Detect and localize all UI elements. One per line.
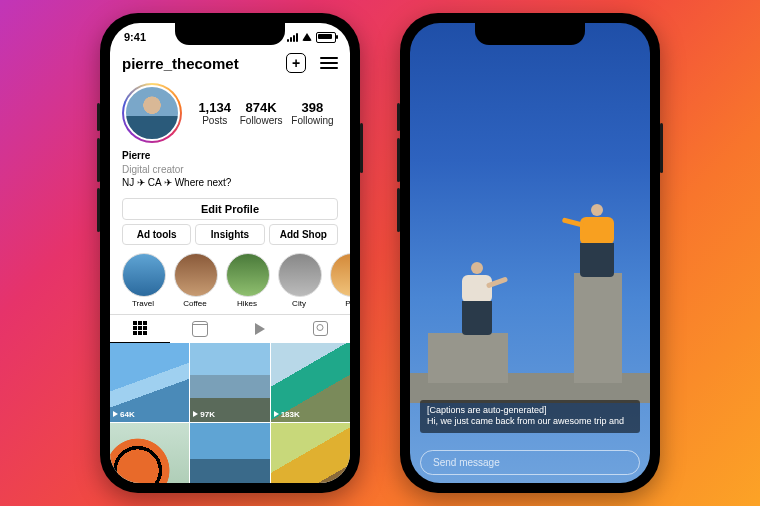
highlights-row[interactable]: TravelCoffeeHikesCityPla — [110, 251, 350, 314]
avatar-story-ring[interactable] — [122, 83, 182, 143]
highlight-item[interactable]: City — [278, 253, 320, 308]
tagged-icon — [313, 321, 328, 336]
bio: Pierre Digital creator NJ ✈ CA ✈ Where n… — [110, 147, 350, 196]
highlight-item[interactable]: Travel — [122, 253, 164, 308]
phone-mock-story: 9:41 — [400, 13, 660, 493]
add-shop-button[interactable]: Add Shop — [269, 224, 338, 245]
notch — [175, 23, 285, 45]
signal-icon — [287, 33, 298, 42]
phone-mock-profile: 9:41 pierre_thecomet 1, — [100, 13, 360, 493]
create-icon[interactable] — [286, 53, 306, 73]
highlight-item[interactable]: Hikes — [226, 253, 268, 308]
wifi-icon — [302, 33, 312, 41]
grid-icon — [133, 321, 147, 335]
bio-name: Pierre — [122, 149, 338, 163]
highlight-item[interactable]: Pla — [330, 253, 350, 308]
tab-video[interactable] — [230, 315, 290, 343]
battery-icon — [316, 32, 336, 43]
gradient-background: 9:41 pierre_thecomet 1, — [0, 0, 760, 506]
username[interactable]: pierre_thecomet — [122, 55, 239, 72]
highlight-item[interactable]: Coffee — [174, 253, 216, 308]
notch — [475, 23, 585, 45]
posts-grid: 64K97K183K — [110, 343, 350, 484]
post-thumbnail[interactable] — [110, 423, 189, 483]
message-input[interactable]: Send message — [420, 450, 640, 475]
content-tabs — [110, 314, 350, 343]
person-right — [580, 204, 614, 277]
insights-button[interactable]: Insights — [195, 224, 264, 245]
post-thumbnail[interactable] — [271, 423, 350, 483]
tab-grid[interactable] — [110, 315, 170, 343]
post-thumbnail[interactable]: 183K — [271, 343, 350, 422]
post-thumbnail[interactable] — [190, 423, 269, 483]
menu-icon[interactable] — [320, 57, 338, 69]
tab-tagged[interactable] — [290, 315, 350, 343]
stat-followers[interactable]: 874KFollowers — [240, 100, 283, 126]
ad-tools-button[interactable]: Ad tools — [122, 224, 191, 245]
edit-profile-button[interactable]: Edit Profile — [122, 198, 338, 220]
stat-posts[interactable]: 1,134Posts — [198, 100, 231, 126]
stat-following[interactable]: 398Following — [291, 100, 333, 126]
play-icon — [255, 323, 265, 335]
person-left — [462, 262, 492, 335]
status-time: 9:41 — [124, 31, 146, 43]
tab-reels[interactable] — [170, 315, 230, 343]
reels-icon — [192, 321, 208, 337]
post-thumbnail[interactable]: 97K — [190, 343, 269, 422]
avatar — [124, 85, 180, 141]
profile-header: pierre_thecomet — [110, 51, 350, 79]
bio-category: Digital creator — [122, 163, 338, 177]
auto-caption: [Captions are auto-generated] Hi, we jus… — [420, 400, 640, 433]
bio-line: NJ ✈ CA ✈ Where next? — [122, 176, 338, 190]
post-thumbnail[interactable]: 64K — [110, 343, 189, 422]
